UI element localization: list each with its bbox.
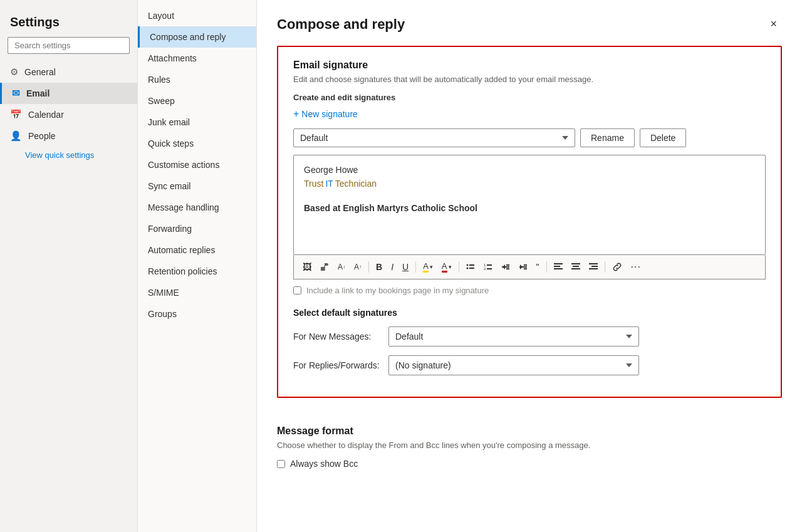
signature-controls: Default Rename Delete — [293, 128, 766, 147]
toolbar-quote-button[interactable]: " — [533, 260, 543, 274]
sidebar-item-general[interactable]: ⚙ General — [0, 61, 137, 83]
nav-item-groups[interactable]: Groups — [138, 303, 256, 325]
svg-rect-7 — [487, 264, 492, 266]
sig-tech: Technician — [335, 177, 377, 190]
toolbar-font-decrease-button[interactable]: A↓ — [334, 261, 349, 273]
always-show-bcc-checkbox[interactable] — [277, 460, 285, 468]
nav-item-attachments[interactable]: Attachments — [138, 48, 256, 69]
sig-role: Trust IT Technician — [304, 177, 755, 190]
svg-rect-11 — [506, 264, 509, 266]
toolbar-bullets-button[interactable] — [462, 260, 479, 274]
for-replies-row: For Replies/Forwards: (No signature) — [293, 355, 766, 375]
nav-item-forwarding[interactable]: Forwarding — [138, 218, 256, 239]
toolbar-sep-3 — [459, 261, 459, 273]
svg-rect-26 — [589, 268, 598, 269]
toolbar-font-increase-button[interactable]: A↑ — [350, 261, 365, 273]
nav-item-rules[interactable]: Rules — [138, 69, 256, 90]
toolbar-bold-button[interactable]: B — [372, 260, 386, 274]
select-default-title: Select default signatures — [293, 308, 766, 318]
sidebar: Settings ⚙ General ✉ Email 📅 Calendar 👤 … — [0, 0, 138, 532]
font-color-bar — [442, 271, 447, 273]
bookings-label: Include a link to my bookings page in my… — [306, 286, 489, 295]
signature-editor[interactable]: George Howe Trust IT Technician Based at… — [293, 155, 766, 255]
email-signature-section: Email signature Edit and choose signatur… — [277, 46, 782, 398]
page-header: Compose and reply × — [277, 15, 782, 33]
for-replies-select[interactable]: (No signature) — [388, 355, 639, 375]
sidebar-item-label: General — [24, 67, 56, 77]
svg-rect-18 — [554, 263, 563, 264]
svg-rect-9 — [487, 268, 492, 269]
nav-item-message-handling[interactable]: Message handling — [138, 197, 256, 218]
sidebar-title: Settings — [0, 10, 137, 37]
svg-rect-17 — [519, 266, 527, 268]
svg-rect-0 — [321, 267, 325, 271]
highlight-color-bar — [423, 271, 429, 273]
middle-nav: Layout Compose and reply Attachments Rul… — [138, 0, 257, 532]
people-icon: 👤 — [10, 130, 22, 142]
sig-name: George Howe — [304, 163, 755, 177]
svg-rect-5 — [469, 268, 474, 269]
sidebar-item-label: Email — [26, 88, 49, 98]
page-title: Compose and reply — [277, 16, 405, 33]
svg-point-2 — [466, 264, 468, 266]
email-signature-desc: Edit and choose signatures that will be … — [293, 75, 766, 84]
view-quick-settings-link[interactable]: View quick settings — [0, 147, 137, 164]
nav-item-customise-actions[interactable]: Customise actions — [138, 154, 256, 175]
toolbar-align-left-button[interactable] — [550, 261, 566, 273]
toolbar-highlight-button[interactable]: A ▾ — [419, 259, 437, 275]
toolbar-italic-button[interactable]: I — [387, 260, 397, 274]
create-edit-label: Create and edit signatures — [293, 93, 766, 102]
toolbar-numbering-button[interactable]: 1.2. — [480, 260, 496, 274]
svg-rect-16 — [524, 268, 527, 269]
gear-icon: ⚙ — [10, 66, 18, 78]
default-signatures-section: Select default signatures For New Messag… — [293, 308, 766, 375]
toolbar-decrease-indent-button[interactable] — [497, 260, 514, 274]
new-signature-label: New signature — [301, 109, 358, 119]
sig-it: IT — [325, 177, 333, 190]
nav-item-layout[interactable]: Layout — [138, 5, 256, 26]
bookings-row: Include a link to my bookings page in my… — [293, 279, 766, 298]
sidebar-item-label: Calendar — [28, 110, 64, 120]
toolbar-sep-4 — [546, 261, 547, 273]
toolbar-align-center-button[interactable] — [568, 261, 584, 273]
for-new-label: For New Messages: — [293, 331, 381, 342]
nav-item-quick-steps[interactable]: Quick steps — [138, 133, 256, 154]
signature-dropdown[interactable]: Default — [293, 128, 575, 147]
toolbar-align-right-button[interactable] — [585, 261, 602, 273]
sidebar-item-calendar[interactable]: 📅 Calendar — [0, 104, 137, 125]
calendar-icon: 📅 — [10, 109, 22, 120]
close-button[interactable]: × — [765, 15, 782, 33]
nav-item-sweep[interactable]: Sweep — [138, 90, 256, 112]
delete-button[interactable]: Delete — [640, 128, 686, 147]
nav-item-retention-policies[interactable]: Retention policies — [138, 261, 256, 282]
svg-rect-23 — [571, 268, 580, 269]
message-format-title: Message format — [277, 425, 782, 437]
nav-item-junk-email[interactable]: Junk email — [138, 112, 256, 133]
message-format-section: Message format Choose whether to display… — [277, 413, 782, 481]
nav-item-compose-reply[interactable]: Compose and reply — [138, 26, 256, 48]
message-format-desc: Choose whether to display the From and B… — [277, 441, 782, 450]
toolbar-link-button[interactable] — [608, 259, 626, 274]
toolbar-format-painter-button[interactable] — [316, 260, 333, 274]
sidebar-item-people[interactable]: 👤 People — [0, 125, 137, 147]
new-signature-button[interactable]: + New signature — [293, 108, 358, 120]
svg-rect-19 — [554, 266, 560, 267]
always-show-bcc-label: Always show Bcc — [290, 459, 358, 469]
sidebar-item-email[interactable]: ✉ Email — [0, 83, 137, 104]
toolbar-font-color-button[interactable]: A ▾ — [438, 259, 456, 275]
toolbar-underline-button[interactable]: U — [398, 260, 412, 274]
svg-rect-24 — [589, 263, 598, 264]
nav-item-sync-email[interactable]: Sync email — [138, 175, 256, 197]
toolbar-image-button[interactable]: 🖼 — [299, 260, 315, 274]
nav-item-smime[interactable]: S/MIME — [138, 282, 256, 303]
for-new-messages-select[interactable]: Default — [388, 326, 639, 347]
search-input[interactable] — [8, 37, 130, 54]
bookings-checkbox[interactable] — [293, 286, 301, 295]
svg-rect-20 — [554, 268, 563, 269]
toolbar-increase-indent-button[interactable] — [515, 260, 531, 274]
rename-button[interactable]: Rename — [580, 128, 635, 147]
nav-item-automatic-replies[interactable]: Automatic replies — [138, 239, 256, 261]
main-content: Compose and reply × Email signature Edit… — [257, 0, 802, 532]
toolbar-more-button[interactable]: ··· — [627, 259, 645, 274]
for-new-messages-row: For New Messages: Default — [293, 326, 766, 347]
